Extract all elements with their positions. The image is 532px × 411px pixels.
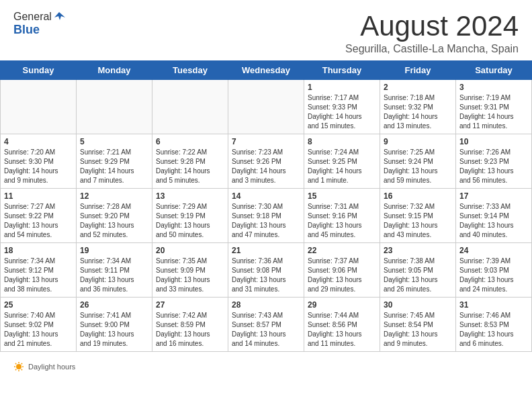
calendar-table: SundayMondayTuesdayWednesdayThursdayFrid…: [0, 60, 532, 352]
day-of-week-header: Monday: [77, 61, 152, 80]
sun-icon: [13, 361, 24, 372]
day-number: 23: [384, 246, 452, 255]
calendar-cell: 25Sunrise: 7:40 AM Sunset: 9:02 PM Dayli…: [1, 298, 77, 352]
calendar-cell: 24Sunrise: 7:39 AM Sunset: 9:03 PM Dayli…: [456, 243, 532, 298]
calendar-cell: 13Sunrise: 7:29 AM Sunset: 9:19 PM Dayli…: [152, 189, 228, 243]
day-number: 4: [4, 137, 73, 146]
day-number: 25: [4, 300, 73, 310]
calendar-cell: 10Sunrise: 7:26 AM Sunset: 9:23 PM Dayli…: [456, 134, 532, 189]
day-info: Sunrise: 7:18 AM Sunset: 9:32 PM Dayligh…: [384, 93, 452, 131]
calendar-cell: 14Sunrise: 7:30 AM Sunset: 9:18 PM Dayli…: [228, 189, 304, 243]
day-info: Sunrise: 7:23 AM Sunset: 9:26 PM Dayligh…: [232, 148, 300, 185]
calendar-cell: 2Sunrise: 7:18 AM Sunset: 9:32 PM Daylig…: [380, 80, 456, 134]
calendar-cell: 12Sunrise: 7:28 AM Sunset: 9:20 PM Dayli…: [77, 189, 152, 243]
day-number: 10: [459, 137, 528, 146]
day-number: 24: [459, 246, 528, 255]
calendar-cell: 16Sunrise: 7:32 AM Sunset: 9:15 PM Dayli…: [380, 189, 456, 243]
logo-bird-icon: [53, 11, 65, 23]
day-info: Sunrise: 7:30 AM Sunset: 9:18 PM Dayligh…: [232, 202, 300, 240]
day-info: Sunrise: 7:43 AM Sunset: 8:57 PM Dayligh…: [232, 311, 300, 349]
day-info: Sunrise: 7:36 AM Sunset: 9:08 PM Dayligh…: [232, 257, 300, 294]
calendar-week-row: 18Sunrise: 7:34 AM Sunset: 9:12 PM Dayli…: [1, 243, 532, 298]
day-info: Sunrise: 7:42 AM Sunset: 8:59 PM Dayligh…: [156, 311, 224, 349]
day-info: Sunrise: 7:31 AM Sunset: 9:16 PM Dayligh…: [308, 202, 376, 240]
calendar-week-row: 25Sunrise: 7:40 AM Sunset: 9:02 PM Dayli…: [1, 298, 532, 352]
day-info: Sunrise: 7:44 AM Sunset: 8:56 PM Dayligh…: [308, 311, 376, 349]
day-info: Sunrise: 7:45 AM Sunset: 8:54 PM Dayligh…: [384, 311, 452, 349]
calendar-cell: 30Sunrise: 7:45 AM Sunset: 8:54 PM Dayli…: [380, 298, 456, 352]
location-subtitle: Segurilla, Castille-La Mancha, Spain: [345, 43, 519, 55]
title-block: August 2024 Segurilla, Castille-La Manch…: [345, 11, 519, 55]
day-info: Sunrise: 7:19 AM Sunset: 9:31 PM Dayligh…: [459, 93, 528, 131]
day-info: Sunrise: 7:37 AM Sunset: 9:06 PM Dayligh…: [308, 257, 376, 294]
calendar-cell: 21Sunrise: 7:36 AM Sunset: 9:08 PM Dayli…: [228, 243, 304, 298]
day-number: 8: [308, 137, 376, 146]
day-number: 5: [80, 137, 148, 146]
svg-line-7: [21, 369, 22, 370]
calendar-cell: 5Sunrise: 7:21 AM Sunset: 9:29 PM Daylig…: [77, 134, 152, 189]
daylight-label: Daylight hours: [28, 363, 75, 371]
svg-point-1: [16, 364, 21, 369]
day-info: Sunrise: 7:28 AM Sunset: 9:20 PM Dayligh…: [80, 202, 148, 240]
day-of-week-header: Wednesday: [228, 61, 304, 80]
svg-line-6: [15, 363, 16, 364]
day-of-week-header: Friday: [380, 61, 456, 80]
calendar-cell: [77, 80, 152, 134]
calendar-cell: 29Sunrise: 7:44 AM Sunset: 8:56 PM Dayli…: [304, 298, 380, 352]
day-info: Sunrise: 7:38 AM Sunset: 9:05 PM Dayligh…: [384, 257, 452, 294]
day-number: 1: [308, 83, 376, 92]
day-info: Sunrise: 7:26 AM Sunset: 9:23 PM Dayligh…: [459, 148, 528, 185]
day-number: 30: [384, 300, 452, 310]
day-number: 26: [80, 300, 148, 310]
day-info: Sunrise: 7:41 AM Sunset: 9:00 PM Dayligh…: [80, 311, 148, 349]
calendar-cell: 1Sunrise: 7:17 AM Sunset: 9:33 PM Daylig…: [304, 80, 380, 134]
logo-blue-text: Blue: [13, 23, 65, 37]
calendar-cell: 22Sunrise: 7:37 AM Sunset: 9:06 PM Dayli…: [304, 243, 380, 298]
day-number: 9: [384, 137, 452, 146]
day-number: 3: [459, 83, 528, 92]
day-info: Sunrise: 7:29 AM Sunset: 9:19 PM Dayligh…: [156, 202, 224, 240]
day-number: 7: [232, 137, 300, 146]
day-number: 18: [4, 246, 73, 255]
calendar-cell: 3Sunrise: 7:19 AM Sunset: 9:31 PM Daylig…: [456, 80, 532, 134]
day-number: 14: [232, 191, 300, 201]
calendar-cell: 18Sunrise: 7:34 AM Sunset: 9:12 PM Dayli…: [1, 243, 77, 298]
calendar-cell: 4Sunrise: 7:20 AM Sunset: 9:30 PM Daylig…: [1, 134, 77, 189]
day-info: Sunrise: 7:22 AM Sunset: 9:28 PM Dayligh…: [156, 148, 224, 185]
calendar-cell: 15Sunrise: 7:31 AM Sunset: 9:16 PM Dayli…: [304, 189, 380, 243]
day-info: Sunrise: 7:34 AM Sunset: 9:11 PM Dayligh…: [80, 257, 148, 294]
calendar-cell: 11Sunrise: 7:27 AM Sunset: 9:22 PM Dayli…: [1, 189, 77, 243]
logo: General Blue: [13, 11, 65, 37]
day-number: 20: [156, 246, 224, 255]
day-info: Sunrise: 7:17 AM Sunset: 9:33 PM Dayligh…: [308, 93, 376, 131]
calendar-cell: [1, 80, 77, 134]
day-info: Sunrise: 7:32 AM Sunset: 9:15 PM Dayligh…: [384, 202, 452, 240]
day-info: Sunrise: 7:27 AM Sunset: 9:22 PM Dayligh…: [4, 202, 73, 240]
day-of-week-header: Saturday: [456, 61, 532, 80]
calendar-cell: 20Sunrise: 7:35 AM Sunset: 9:09 PM Dayli…: [152, 243, 228, 298]
day-info: Sunrise: 7:40 AM Sunset: 9:02 PM Dayligh…: [4, 311, 73, 349]
day-number: 15: [308, 191, 376, 201]
day-info: Sunrise: 7:35 AM Sunset: 9:09 PM Dayligh…: [156, 257, 224, 294]
calendar-header-row: SundayMondayTuesdayWednesdayThursdayFrid…: [1, 61, 532, 80]
day-number: 31: [459, 300, 528, 310]
day-info: Sunrise: 7:39 AM Sunset: 9:03 PM Dayligh…: [459, 257, 528, 294]
day-number: 29: [308, 300, 376, 310]
day-number: 28: [232, 300, 300, 310]
calendar-week-row: 11Sunrise: 7:27 AM Sunset: 9:22 PM Dayli…: [1, 189, 532, 243]
calendar-cell: 9Sunrise: 7:25 AM Sunset: 9:24 PM Daylig…: [380, 134, 456, 189]
svg-marker-0: [54, 12, 65, 20]
day-number: 19: [80, 246, 148, 255]
day-number: 21: [232, 246, 300, 255]
day-info: Sunrise: 7:20 AM Sunset: 9:30 PM Dayligh…: [4, 148, 73, 185]
day-info: Sunrise: 7:33 AM Sunset: 9:14 PM Dayligh…: [459, 202, 528, 240]
day-info: Sunrise: 7:34 AM Sunset: 9:12 PM Dayligh…: [4, 257, 73, 294]
calendar-cell: 6Sunrise: 7:22 AM Sunset: 9:28 PM Daylig…: [152, 134, 228, 189]
calendar-footer: Daylight hours: [0, 359, 532, 377]
svg-line-9: [15, 369, 16, 370]
calendar-cell: 17Sunrise: 7:33 AM Sunset: 9:14 PM Dayli…: [456, 189, 532, 243]
calendar-cell: 8Sunrise: 7:24 AM Sunset: 9:25 PM Daylig…: [304, 134, 380, 189]
day-info: Sunrise: 7:21 AM Sunset: 9:29 PM Dayligh…: [80, 148, 148, 185]
calendar-week-row: 4Sunrise: 7:20 AM Sunset: 9:30 PM Daylig…: [1, 134, 532, 189]
calendar-cell: [228, 80, 304, 134]
